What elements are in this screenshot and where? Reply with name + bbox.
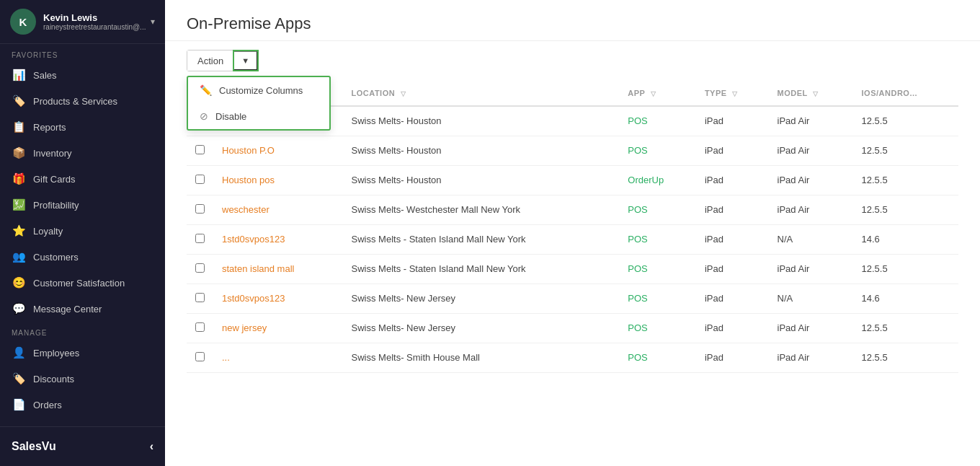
row-checkbox-cell [187, 195, 213, 225]
app-filter-icon[interactable]: ▽ [651, 90, 656, 97]
location-cell: Swiss Melts - Staten Island Mall New Yor… [343, 225, 620, 255]
device-name-cell[interactable]: Houston P.O [213, 136, 343, 166]
orders-icon: 📄 [12, 398, 26, 411]
app-cell: POS [619, 225, 696, 255]
type-cell: iPad [696, 225, 769, 255]
location-cell: Swiss Melts- Smith House Mall [343, 343, 620, 373]
model-cell: iPad Air [769, 195, 853, 225]
sidebar-header[interactable]: K Kevin Lewis raineystreetrestaurantaust… [0, 0, 165, 44]
sidebar-bottom: SalesVu ‹ [0, 426, 165, 466]
location-cell: Swiss Melts- Houston [343, 106, 620, 136]
table-row: 1std0svpos123 Swiss Melts- New Jersey PO… [187, 284, 958, 314]
action-label[interactable]: Action [187, 50, 233, 71]
th-model: MODEL ▽ [769, 80, 853, 106]
dropdown-item-label: Disable [215, 111, 246, 122]
sidebar-item-label: Reports [33, 122, 66, 133]
page-title: On-Premise Apps [187, 14, 958, 33]
location-filter-icon[interactable]: ▽ [401, 90, 406, 97]
location-cell: Swiss Melts - Staten Island Mall New Yor… [343, 255, 620, 284]
customize-columns-icon: ✏️ [200, 84, 212, 96]
row-checkbox[interactable] [195, 145, 205, 154]
row-checkbox[interactable] [195, 204, 205, 214]
ios-cell: 12.5.5 [853, 343, 958, 373]
ios-cell: 12.5.5 [853, 166, 958, 195]
sidebar-item-message-center[interactable]: 💬 Message Center [0, 296, 165, 322]
sidebar-item-label: Products & Services [33, 96, 117, 107]
row-checkbox-cell [187, 225, 213, 255]
sidebar-item-label: Inventory [33, 148, 71, 159]
row-checkbox[interactable] [195, 175, 205, 184]
sidebar-item-products-services[interactable]: 🏷️ Products & Services [0, 88, 165, 114]
type-filter-icon[interactable]: ▽ [732, 90, 738, 97]
sidebar-item-orders[interactable]: 📄 Orders [0, 392, 165, 418]
profitability-icon: 💹 [12, 198, 26, 211]
dropdown-item-disable[interactable]: ⊘ Disable [188, 103, 329, 129]
device-name-cell[interactable]: 1std0svpos123 [213, 284, 343, 314]
employees-icon: 👤 [12, 346, 26, 359]
sidebar-item-label: Profitability [33, 200, 79, 211]
app-cell: POS [619, 195, 696, 225]
ios-cell: 14.6 [853, 284, 958, 314]
row-checkbox[interactable] [195, 234, 205, 243]
loyalty-icon: ⭐ [12, 224, 26, 237]
device-name-cell[interactable]: weschester [213, 195, 343, 225]
sidebar-item-sales[interactable]: 📊 Sales [0, 62, 165, 88]
app-cell: OrderUp [619, 166, 696, 195]
row-checkbox[interactable] [195, 322, 205, 332]
type-cell: iPad [696, 166, 769, 195]
row-checkbox[interactable] [195, 263, 205, 273]
user-info: Kevin Lewis raineystreetrestaurantaustin… [43, 12, 148, 31]
device-name-cell[interactable]: new jersey [213, 314, 343, 343]
sidebar-item-label: Sales [33, 70, 57, 81]
row-checkbox[interactable] [195, 293, 205, 302]
model-cell: N/A [769, 284, 853, 314]
model-filter-icon[interactable]: ▽ [813, 90, 819, 97]
sidebar-item-inventory[interactable]: 📦 Inventory [0, 140, 165, 166]
logo-text: SalesVu [12, 440, 56, 453]
location-cell: Swiss Melts- Houston [343, 136, 620, 166]
action-dropdown-arrow[interactable]: ▼ [233, 50, 258, 71]
inventory-icon: 📦 [12, 146, 26, 159]
table-container: NAME LOCATION ▽ APP ▽ TYPE ▽ [165, 80, 980, 466]
sidebar-item-label: Message Center [33, 304, 102, 315]
type-cell: iPad [696, 136, 769, 166]
device-name-cell[interactable]: ... [213, 343, 343, 373]
sidebar-item-customer-satisfaction[interactable]: 😊 Customer Satisfaction [0, 270, 165, 296]
disable-icon: ⊘ [200, 110, 208, 122]
model-cell: iPad Air [769, 314, 853, 343]
main-header: On-Premise Apps [165, 0, 980, 41]
location-cell: Swiss Melts- New Jersey [343, 314, 620, 343]
device-name-cell[interactable]: staten island mall [213, 255, 343, 284]
row-checkbox-cell [187, 343, 213, 373]
model-cell: iPad Air [769, 255, 853, 284]
sidebar-item-profitability[interactable]: 💹 Profitability [0, 192, 165, 218]
sidebar-item-label: Gift Cards [33, 174, 76, 185]
action-button[interactable]: Action ▼ [187, 50, 259, 71]
ios-cell: 12.5.5 [853, 255, 958, 284]
salesvu-logo[interactable]: SalesVu ‹ [0, 433, 165, 460]
ios-cell: 12.5.5 [853, 106, 958, 136]
sidebar-item-loyalty[interactable]: ⭐ Loyalty [0, 218, 165, 244]
customers-icon: 👥 [12, 250, 26, 263]
sidebar-item-gift-cards[interactable]: 🎁 Gift Cards [0, 166, 165, 192]
sidebar-item-label: Orders [33, 400, 62, 410]
model-cell: iPad Air [769, 343, 853, 373]
sidebar-item-employees[interactable]: 👤 Employees [0, 340, 165, 366]
sidebar-item-reports[interactable]: 📋 Reports [0, 114, 165, 140]
model-cell: N/A [769, 225, 853, 255]
device-name-cell[interactable]: 1std0svpos123 [213, 225, 343, 255]
dropdown-item-customize-columns[interactable]: ✏️ Customize Columns [188, 77, 329, 103]
table-row: new jersey Swiss Melts- New Jersey POS i… [187, 314, 958, 343]
dropdown-item-label: Customize Columns [219, 85, 303, 96]
products-icon: 🏷️ [12, 94, 26, 107]
ios-cell: 12.5.5 [853, 136, 958, 166]
sidebar-item-discounts[interactable]: 🏷️ Discounts [0, 366, 165, 392]
sidebar-item-label: Customer Satisfaction [33, 278, 125, 289]
model-cell: iPad Air [769, 136, 853, 166]
gift-cards-icon: 🎁 [12, 172, 26, 185]
ios-cell: 14.6 [853, 225, 958, 255]
row-checkbox[interactable] [195, 352, 205, 361]
device-name-cell[interactable]: Houston pos [213, 166, 343, 195]
app-cell: POS [619, 314, 696, 343]
sidebar-item-customers[interactable]: 👥 Customers [0, 244, 165, 270]
